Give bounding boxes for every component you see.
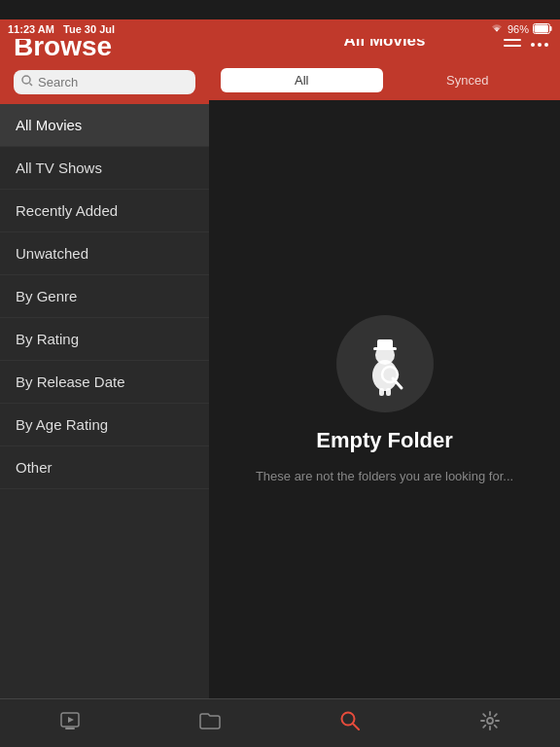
svg-point-24 — [487, 718, 493, 724]
svg-point-3 — [22, 76, 30, 84]
sidebar-item-by-age-rating[interactable]: By Age Rating — [0, 404, 209, 446]
status-time: 11:23 AM Tue 30 Jul — [8, 23, 115, 35]
sidebar-nav: All Movies All TV Shows Recently Added U… — [0, 104, 209, 698]
bottom-bar — [0, 698, 560, 747]
svg-rect-18 — [386, 388, 391, 396]
bottom-item-search[interactable] — [280, 707, 420, 739]
svg-point-9 — [538, 43, 542, 47]
tab-synced[interactable]: Synced — [387, 68, 549, 92]
bottom-item-folder[interactable] — [140, 708, 280, 738]
battery-icon — [533, 23, 552, 36]
wifi-icon — [490, 23, 504, 35]
svg-rect-7 — [504, 45, 521, 47]
svg-rect-17 — [379, 388, 384, 396]
svg-line-4 — [30, 84, 33, 87]
search-bar[interactable] — [14, 70, 195, 94]
svg-marker-20 — [68, 717, 74, 723]
empty-folder-subtitle: These are not the folders you are lookin… — [256, 469, 513, 483]
search-icon — [21, 75, 33, 89]
bottom-item-media[interactable] — [0, 707, 140, 739]
tab-bar: All Synced — [209, 62, 560, 100]
sidebar-item-by-release-date[interactable]: By Release Date — [0, 361, 209, 404]
status-right: 96% — [490, 23, 552, 36]
svg-rect-21 — [65, 728, 75, 729]
app-container: 11:23 AM Tue 30 Jul 96% — [0, 19, 560, 747]
sidebar-item-all-movies[interactable]: All Movies — [0, 104, 209, 147]
svg-rect-2 — [535, 24, 549, 32]
sidebar-item-all-tv-shows[interactable]: All TV Shows — [0, 147, 209, 190]
bottom-item-settings[interactable] — [420, 707, 560, 739]
svg-point-8 — [531, 43, 535, 47]
svg-point-10 — [544, 43, 548, 47]
status-bar: 11:23 AM Tue 30 Jul 96% — [0, 19, 560, 39]
empty-folder-icon — [336, 315, 434, 412]
folder-icon — [199, 712, 221, 734]
sidebar-item-by-rating[interactable]: By Rating — [0, 318, 209, 361]
date-label: Tue 30 Jul — [63, 23, 115, 35]
main-content: All Movies — [209, 19, 560, 698]
detective-svg — [351, 330, 419, 398]
battery-pct: 96% — [508, 23, 529, 35]
tab-all[interactable]: All — [221, 68, 383, 92]
media-icon — [59, 711, 81, 735]
empty-folder-title: Empty Folder — [316, 428, 453, 453]
settings-icon — [480, 711, 500, 735]
sidebar-item-recently-added[interactable]: Recently Added — [0, 190, 209, 232]
sidebar-item-by-genre[interactable]: By Genre — [0, 275, 209, 318]
time-label: 11:23 AM — [8, 23, 54, 35]
svg-rect-14 — [377, 339, 393, 349]
sidebar: Browse All Movies All TV Shows — [0, 19, 209, 698]
search-bottom-icon — [340, 711, 360, 735]
svg-line-23 — [353, 724, 359, 729]
search-input[interactable] — [38, 75, 188, 89]
svg-rect-1 — [550, 26, 552, 31]
main-body: Empty Folder These are not the folders y… — [209, 100, 560, 698]
content-area: Browse All Movies All TV Shows — [0, 19, 560, 698]
sidebar-item-unwatched[interactable]: Unwatched — [0, 232, 209, 275]
sidebar-item-other[interactable]: Other — [0, 446, 209, 489]
